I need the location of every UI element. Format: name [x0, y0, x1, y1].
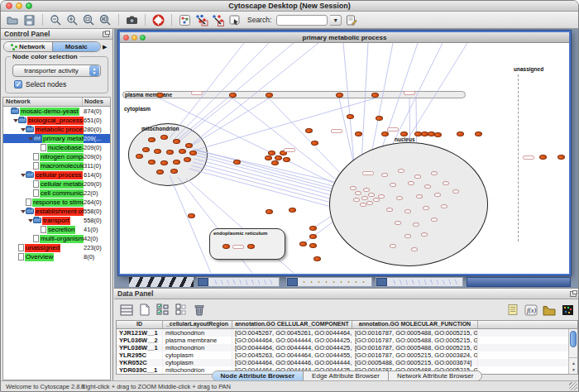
graph-node-selected[interactable]: [173, 139, 180, 144]
graph-node-selected[interactable]: [371, 93, 379, 98]
graph-node-selected[interactable]: [154, 149, 161, 154]
table-column-header[interactable]: ID: [117, 321, 163, 328]
graph-node[interactable]: [366, 201, 373, 205]
search-input[interactable]: [276, 15, 328, 26]
table-row[interactable]: YKR052Ccytoplasm[GO:0044464, GO:0044446,…: [117, 359, 577, 366]
graph-node-selected[interactable]: [156, 170, 164, 174]
table-column-header[interactable]: _cellularLayoutRegion: [163, 321, 232, 328]
graph-node-selected[interactable]: [247, 244, 255, 249]
minimized-window[interactable]: [376, 277, 463, 287]
graph-node-selected[interactable]: [299, 241, 307, 246]
expander-icon[interactable]: [27, 136, 33, 141]
search-settings-icon[interactable]: [344, 13, 358, 27]
graph-node-selected[interactable]: [266, 209, 273, 214]
graph-node-selected[interactable]: [166, 150, 174, 155]
graph-node[interactable]: [434, 193, 441, 197]
tree-row[interactable]: transport558(0): [3, 216, 110, 225]
table-scrollbar[interactable]: ▲▼: [568, 329, 577, 374]
import-attributes-icon[interactable]: [542, 303, 557, 317]
graph-node-selected[interactable]: [289, 208, 296, 213]
select-attributes-icon[interactable]: [156, 303, 170, 317]
zoom-out-icon[interactable]: [49, 13, 63, 27]
graph-node[interactable]: [398, 169, 404, 173]
graph-node[interactable]: [452, 189, 459, 194]
tree-row[interactable]: macromolecule311(0): [3, 161, 110, 170]
tree-row[interactable]: nucleobase-209(0): [3, 143, 110, 152]
graph-node[interactable]: [414, 174, 421, 179]
graph-node[interactable]: [350, 186, 356, 190]
graph-node[interactable]: [423, 206, 429, 210]
graph-node[interactable]: [368, 193, 375, 197]
graph-node[interactable]: [381, 173, 388, 177]
tree-row[interactable]: cellular process614(0): [3, 170, 110, 179]
graph-node-selected[interactable]: [160, 135, 168, 140]
function-builder-icon[interactable]: f(x): [524, 303, 538, 317]
graph-node-selected[interactable]: [184, 157, 191, 162]
annotation-icon[interactable]: [227, 13, 242, 27]
expander-icon[interactable]: [12, 117, 18, 123]
matrix-icon[interactable]: [560, 303, 575, 317]
tree-row[interactable]: unassigned223(0): [3, 243, 110, 252]
graph-node-selected[interactable]: [305, 128, 313, 133]
graph-node-selected[interactable]: [189, 151, 197, 155]
zoom-selected-icon[interactable]: [82, 13, 96, 27]
tree-row[interactable]: metabolic process280(0): [3, 125, 110, 134]
graph-node[interactable]: [443, 181, 449, 185]
expander-icon[interactable]: [20, 127, 26, 132]
graph-node[interactable]: [421, 232, 428, 237]
table-column-header[interactable]: annotation.GO MOLECULAR_FUNCTION: [352, 321, 478, 328]
tree-row[interactable]: secretion41(0): [3, 225, 110, 234]
graph-node-selected[interactable]: [271, 160, 279, 165]
graph-node-selected[interactable]: [313, 256, 321, 261]
tree-row[interactable]: establishment of lo558(0): [3, 207, 110, 216]
table-column-header[interactable]: [478, 321, 577, 328]
unselect-attributes-icon[interactable]: [174, 303, 189, 317]
table-column-header[interactable]: annotation.GO CELLULAR_COMPONENT: [232, 321, 352, 328]
delete-attribute-icon[interactable]: [192, 303, 207, 317]
help-icon[interactable]: [151, 13, 165, 27]
graph-node[interactable]: [378, 194, 385, 198]
graph-node-selected[interactable]: [136, 154, 143, 159]
layout-icon-a[interactable]: [194, 13, 208, 27]
graph-node[interactable]: [441, 204, 447, 208]
float-panel-icon[interactable]: [103, 31, 109, 37]
tree-row[interactable]: biological_process651(0): [3, 116, 110, 125]
attribute-browser-mode-icon[interactable]: [119, 303, 134, 317]
graph-node[interactable]: [431, 171, 438, 175]
network-canvas[interactable]: plasma membrane cytoplasm mitochondrion …: [120, 43, 569, 274]
graph-node-selected[interactable]: [309, 226, 317, 231]
graph-node-selected[interactable]: [283, 157, 290, 162]
graph-node[interactable]: [413, 222, 419, 227]
tree-column-network[interactable]: Network: [3, 98, 83, 106]
graph-node[interactable]: [390, 244, 396, 248]
graph-node-selected[interactable]: [475, 131, 482, 136]
zoom-fit-icon[interactable]: [98, 13, 112, 27]
graph-node[interactable]: [411, 247, 418, 251]
graph-node[interactable]: [404, 209, 411, 213]
tree-row[interactable]: response to stimul264(0): [3, 198, 110, 207]
graph-node-selected[interactable]: [400, 131, 408, 136]
graph-node-selected[interactable]: [381, 131, 389, 136]
tree-row[interactable]: cell communicat22(0): [3, 189, 110, 198]
graph-node-selected[interactable]: [148, 137, 156, 142]
graph-node-selected[interactable]: [309, 234, 317, 239]
graph-node-selected[interactable]: [457, 131, 464, 136]
graph-node-selected[interactable]: [265, 155, 272, 160]
search-dropdown-icon[interactable]: ▼: [330, 15, 342, 26]
graph-node-selected[interactable]: [223, 244, 230, 249]
network-view-window[interactable]: primary metabolic process plasma membran…: [118, 31, 571, 275]
tab-edge-attribute-browser[interactable]: Edge Attribute Browser: [303, 371, 388, 380]
graph-node[interactable]: [373, 198, 380, 202]
node-color-dropdown[interactable]: transporter activity ▲▼: [12, 65, 101, 77]
table-row[interactable]: YJR121W__1mitochondrion[GO:0045267, GO:0…: [117, 329, 577, 337]
tab-network[interactable]: Network: [4, 42, 52, 51]
minimized-window[interactable]: [197, 277, 280, 287]
minimized-window-titlebar[interactable]: [467, 277, 571, 287]
graph-node[interactable]: [395, 221, 401, 225]
minimized-window[interactable]: [286, 277, 372, 287]
graph-node-selected[interactable]: [156, 93, 164, 98]
graph-node-selected[interactable]: [142, 147, 150, 152]
graph-node-selected[interactable]: [336, 93, 343, 98]
graph-node[interactable]: [355, 191, 361, 195]
graph-node[interactable]: [363, 188, 370, 192]
